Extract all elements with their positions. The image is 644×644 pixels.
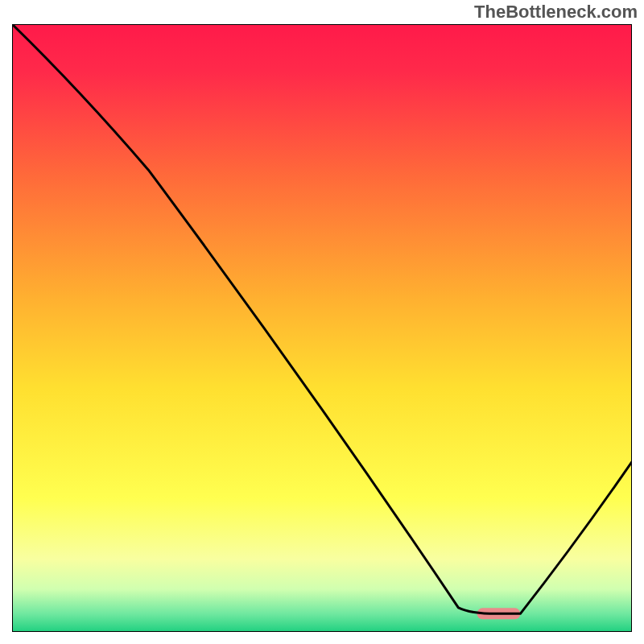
chart-svg [12, 24, 632, 632]
plot-area [12, 24, 632, 632]
chart-container: TheBottleneck.com [0, 0, 644, 644]
gradient-background [12, 24, 632, 632]
watermark-text: TheBottleneck.com [474, 2, 638, 23]
